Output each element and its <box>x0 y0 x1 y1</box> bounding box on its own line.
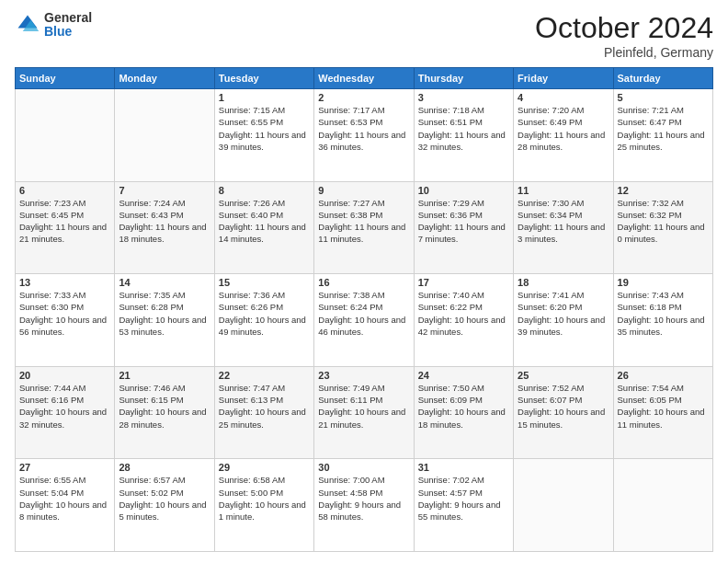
weekday-header-tuesday: Tuesday <box>214 68 313 89</box>
day-info: Sunrise: 7:23 AMSunset: 6:45 PMDaylight:… <box>19 197 110 246</box>
sunrise-text: Sunrise: 7:49 AM <box>318 382 409 394</box>
daylight-text: Daylight: 9 hours and 58 minutes. <box>318 499 409 523</box>
daylight-text: Daylight: 10 hours and 32 minutes. <box>19 406 110 431</box>
sunrise-text: Sunrise: 7:46 AM <box>119 382 210 394</box>
sunrise-text: Sunrise: 7:47 AM <box>219 382 310 394</box>
daylight-text: Daylight: 10 hours and 1 minute. <box>219 499 310 523</box>
day-info: Sunrise: 7:36 AMSunset: 6:26 PMDaylight:… <box>219 289 310 338</box>
daylight-text: Daylight: 11 hours and 0 minutes. <box>618 221 709 246</box>
sunrise-text: Sunrise: 7:52 AM <box>518 382 609 394</box>
sunset-text: Sunset: 6:34 PM <box>518 209 609 221</box>
day-number: 30 <box>318 462 409 473</box>
sunset-text: Sunset: 6:36 PM <box>418 209 509 221</box>
day-info: Sunrise: 6:58 AMSunset: 5:00 PMDaylight:… <box>219 474 310 523</box>
sunrise-text: Sunrise: 7:43 AM <box>618 289 709 301</box>
daylight-text: Daylight: 10 hours and 49 minutes. <box>219 314 310 339</box>
day-cell-8: 8Sunrise: 7:26 AMSunset: 6:40 PMDaylight… <box>214 181 313 274</box>
day-number: 16 <box>318 277 409 288</box>
day-number: 13 <box>19 277 110 288</box>
day-cell-empty <box>514 459 613 552</box>
sunset-text: Sunset: 6:38 PM <box>318 209 409 221</box>
calendar-page: General Blue October 2024 Pleinfeld, Ger… <box>0 0 728 563</box>
day-info: Sunrise: 7:00 AMSunset: 4:58 PMDaylight:… <box>318 474 409 523</box>
day-info: Sunrise: 7:29 AMSunset: 6:36 PMDaylight:… <box>418 197 509 246</box>
daylight-text: Daylight: 10 hours and 28 minutes. <box>119 406 210 431</box>
day-cell-10: 10Sunrise: 7:29 AMSunset: 6:36 PMDayligh… <box>414 181 513 274</box>
sunrise-text: Sunrise: 7:24 AM <box>119 197 210 209</box>
day-info: Sunrise: 7:49 AMSunset: 6:11 PMDaylight:… <box>318 382 409 431</box>
daylight-text: Daylight: 11 hours and 28 minutes. <box>518 129 609 154</box>
day-cell-3: 3Sunrise: 7:18 AMSunset: 6:51 PMDaylight… <box>414 89 513 182</box>
sunset-text: Sunset: 6:18 PM <box>618 301 709 313</box>
sunrise-text: Sunrise: 6:55 AM <box>19 474 110 486</box>
day-cell-11: 11Sunrise: 7:30 AMSunset: 6:34 PMDayligh… <box>514 181 613 274</box>
sunrise-text: Sunrise: 7:23 AM <box>19 197 110 209</box>
day-cell-22: 22Sunrise: 7:47 AMSunset: 6:13 PMDayligh… <box>214 366 313 459</box>
month-title: October 2024 <box>535 11 713 45</box>
day-cell-31: 31Sunrise: 7:02 AMSunset: 4:57 PMDayligh… <box>414 459 513 552</box>
weekday-header-monday: Monday <box>115 68 214 89</box>
day-number: 14 <box>119 277 210 288</box>
daylight-text: Daylight: 10 hours and 53 minutes. <box>119 314 210 339</box>
day-number: 2 <box>318 92 409 103</box>
day-cell-13: 13Sunrise: 7:33 AMSunset: 6:30 PMDayligh… <box>16 274 115 367</box>
sunset-text: Sunset: 5:02 PM <box>119 487 210 499</box>
sunrise-text: Sunrise: 7:20 AM <box>518 104 609 116</box>
logo-text: General Blue <box>44 11 92 40</box>
day-info: Sunrise: 7:50 AMSunset: 6:09 PMDaylight:… <box>418 382 509 431</box>
day-info: Sunrise: 7:30 AMSunset: 6:34 PMDaylight:… <box>518 197 609 246</box>
sunrise-text: Sunrise: 6:57 AM <box>119 474 210 486</box>
daylight-text: Daylight: 10 hours and 46 minutes. <box>318 314 409 339</box>
daylight-text: Daylight: 10 hours and 11 minutes. <box>618 406 709 431</box>
day-number: 19 <box>618 277 709 288</box>
day-number: 12 <box>618 185 709 196</box>
sunset-text: Sunset: 4:57 PM <box>418 487 509 499</box>
daylight-text: Daylight: 11 hours and 3 minutes. <box>518 221 609 246</box>
sunrise-text: Sunrise: 7:32 AM <box>618 197 709 209</box>
sunset-text: Sunset: 6:07 PM <box>518 394 609 406</box>
sunset-text: Sunset: 6:51 PM <box>418 116 509 128</box>
day-cell-9: 9Sunrise: 7:27 AMSunset: 6:38 PMDaylight… <box>314 181 414 274</box>
daylight-text: Daylight: 10 hours and 18 minutes. <box>418 406 509 431</box>
day-number: 29 <box>219 462 310 473</box>
sunset-text: Sunset: 6:26 PM <box>219 301 310 313</box>
daylight-text: Daylight: 10 hours and 21 minutes. <box>318 406 409 431</box>
day-cell-20: 20Sunrise: 7:44 AMSunset: 6:16 PMDayligh… <box>16 366 115 459</box>
daylight-text: Daylight: 11 hours and 21 minutes. <box>19 221 110 246</box>
sunset-text: Sunset: 6:16 PM <box>19 394 110 406</box>
sunrise-text: Sunrise: 7:21 AM <box>618 104 709 116</box>
day-number: 23 <box>318 370 409 381</box>
day-cell-26: 26Sunrise: 7:54 AMSunset: 6:05 PMDayligh… <box>613 366 712 459</box>
day-cell-29: 29Sunrise: 6:58 AMSunset: 5:00 PMDayligh… <box>214 459 313 552</box>
day-number: 6 <box>19 185 110 196</box>
day-number: 9 <box>318 185 409 196</box>
sunset-text: Sunset: 5:04 PM <box>19 487 110 499</box>
day-number: 17 <box>418 277 509 288</box>
day-cell-17: 17Sunrise: 7:40 AMSunset: 6:22 PMDayligh… <box>414 274 513 367</box>
day-number: 28 <box>119 462 210 473</box>
day-number: 1 <box>219 92 310 103</box>
day-number: 22 <box>219 370 310 381</box>
sunset-text: Sunset: 6:20 PM <box>518 301 609 313</box>
sunrise-text: Sunrise: 7:30 AM <box>518 197 609 209</box>
logo-blue-text: Blue <box>44 25 92 39</box>
day-cell-2: 2Sunrise: 7:17 AMSunset: 6:53 PMDaylight… <box>314 89 414 182</box>
day-number: 10 <box>418 185 509 196</box>
daylight-text: Daylight: 10 hours and 25 minutes. <box>219 406 310 431</box>
sunset-text: Sunset: 6:24 PM <box>318 301 409 313</box>
sunrise-text: Sunrise: 7:15 AM <box>219 104 310 116</box>
logo-icon <box>15 12 40 38</box>
day-number: 26 <box>618 370 709 381</box>
sunrise-text: Sunrise: 7:33 AM <box>19 289 110 301</box>
logo: General Blue <box>15 11 92 40</box>
sunset-text: Sunset: 6:11 PM <box>318 394 409 406</box>
day-cell-19: 19Sunrise: 7:43 AMSunset: 6:18 PMDayligh… <box>613 274 712 367</box>
sunrise-text: Sunrise: 7:02 AM <box>418 474 509 486</box>
sunrise-text: Sunrise: 7:41 AM <box>518 289 609 301</box>
day-info: Sunrise: 7:20 AMSunset: 6:49 PMDaylight:… <box>518 104 609 153</box>
daylight-text: Daylight: 10 hours and 15 minutes. <box>518 406 609 431</box>
day-info: Sunrise: 7:35 AMSunset: 6:28 PMDaylight:… <box>119 289 210 338</box>
sunset-text: Sunset: 6:55 PM <box>219 116 310 128</box>
daylight-text: Daylight: 10 hours and 39 minutes. <box>518 314 609 339</box>
sunset-text: Sunset: 6:28 PM <box>119 301 210 313</box>
